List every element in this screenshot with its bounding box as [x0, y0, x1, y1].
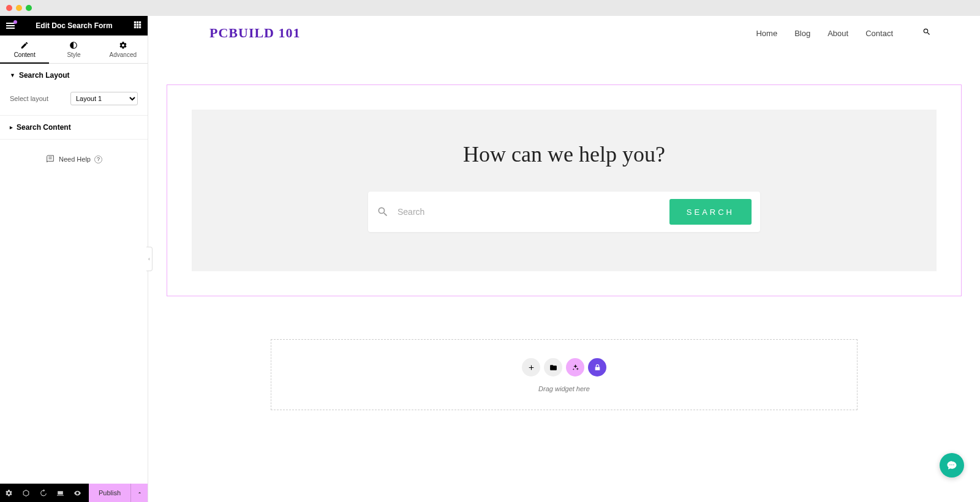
- history-icon[interactable]: [34, 489, 51, 497]
- tab-content-label: Content: [14, 51, 36, 58]
- search-content-title: Search Content: [17, 123, 71, 132]
- tab-style-label: Style: [67, 51, 80, 58]
- panel-title: Edit Doc Search Form: [36, 21, 112, 30]
- site-header: PCBUILD 101 Home Blog About Contact: [148, 18, 980, 48]
- svg-rect-2: [139, 21, 141, 23]
- window-close-dot[interactable]: [6, 5, 12, 11]
- navigator-icon[interactable]: [17, 489, 34, 497]
- doc-search-widget: How can we help you? SEARCH: [192, 110, 937, 271]
- collapse-panel-handle[interactable]: ‹: [146, 247, 153, 271]
- ai-sparkle-icon[interactable]: [566, 358, 584, 376]
- add-section-icon[interactable]: [522, 358, 540, 376]
- pencil-icon: [20, 41, 29, 50]
- settings-icon[interactable]: [0, 489, 17, 497]
- library-icon[interactable]: [588, 358, 606, 376]
- tab-content[interactable]: Content: [0, 36, 49, 63]
- nav-contact[interactable]: Contact: [865, 29, 893, 38]
- header-search-icon[interactable]: [922, 28, 931, 39]
- svg-rect-6: [134, 26, 136, 28]
- svg-rect-4: [137, 24, 138, 26]
- responsive-icon[interactable]: [51, 489, 69, 497]
- svg-rect-0: [134, 21, 136, 23]
- search-layout-title: Search Layout: [19, 71, 70, 80]
- svg-rect-3: [134, 24, 136, 26]
- accordion-search-content: ▸ Search Content: [0, 116, 148, 140]
- widgets-grid-icon[interactable]: [134, 21, 141, 31]
- editor-left-panel: Edit Doc Search Form Content Style Advan…: [0, 16, 148, 502]
- preview-icon[interactable]: [69, 489, 86, 497]
- caret-down-icon: ▼: [10, 72, 15, 78]
- tab-advanced-label: Advanced: [110, 51, 137, 58]
- search-button[interactable]: SEARCH: [669, 199, 752, 225]
- select-layout-row: Select layout Layout 1: [10, 92, 138, 105]
- publish-button[interactable]: Publish: [89, 484, 130, 502]
- tab-style[interactable]: Style: [49, 36, 98, 63]
- site-nav: Home Blog About Contact: [756, 29, 893, 38]
- need-help-link[interactable]: Need Help ?: [0, 140, 148, 179]
- svg-rect-8: [139, 26, 141, 28]
- selected-widget-section[interactable]: How can we help you? SEARCH: [167, 84, 962, 296]
- drop-zone-hint: Drag widget here: [284, 385, 845, 392]
- select-layout-label: Select layout: [10, 95, 48, 102]
- search-widget-title: How can we help you?: [216, 141, 912, 167]
- book-icon: [45, 154, 55, 164]
- chat-fab-icon[interactable]: [940, 453, 964, 478]
- contrast-icon: [69, 41, 78, 50]
- need-help-label: Need Help: [59, 155, 91, 163]
- search-input[interactable]: [398, 207, 669, 217]
- nav-home[interactable]: Home: [756, 29, 777, 38]
- template-folder-icon[interactable]: [544, 358, 562, 376]
- widget-drop-zone[interactable]: Drag widget here: [271, 339, 858, 410]
- browser-chrome: [0, 0, 980, 16]
- accordion-search-layout: ▼ Search Layout Select layout Layout 1: [0, 64, 148, 116]
- svg-rect-1: [137, 21, 138, 23]
- panel-body: ▼ Search Layout Select layout Layout 1 ▸…: [0, 64, 148, 484]
- nav-blog[interactable]: Blog: [794, 29, 810, 38]
- window-maximize-dot[interactable]: [26, 5, 32, 11]
- accordion-head-search-layout[interactable]: ▼ Search Layout: [0, 64, 148, 87]
- gear-icon: [119, 41, 127, 50]
- search-icon: [377, 206, 389, 218]
- notification-badge: [13, 20, 17, 24]
- svg-rect-5: [139, 24, 141, 26]
- svg-rect-7: [137, 26, 138, 28]
- tab-advanced[interactable]: Advanced: [99, 36, 148, 63]
- select-layout-dropdown[interactable]: Layout 1: [70, 92, 138, 105]
- panel-header: Edit Doc Search Form: [0, 16, 148, 36]
- nav-about[interactable]: About: [827, 29, 848, 38]
- hamburger-menu-icon[interactable]: [6, 23, 15, 29]
- panel-tabs: Content Style Advanced: [0, 36, 148, 64]
- publish-options-caret[interactable]: [130, 484, 148, 502]
- caret-right-icon: ▸: [10, 124, 13, 130]
- search-box: SEARCH: [368, 192, 760, 232]
- editor-canvas[interactable]: PCBUILD 101 Home Blog About Contact How …: [148, 16, 980, 502]
- panel-footer: Publish: [0, 484, 148, 502]
- question-icon: ?: [94, 155, 102, 163]
- site-logo[interactable]: PCBUILD 101: [209, 25, 301, 41]
- window-minimize-dot[interactable]: [16, 5, 22, 11]
- accordion-head-search-content[interactable]: ▸ Search Content: [0, 116, 148, 139]
